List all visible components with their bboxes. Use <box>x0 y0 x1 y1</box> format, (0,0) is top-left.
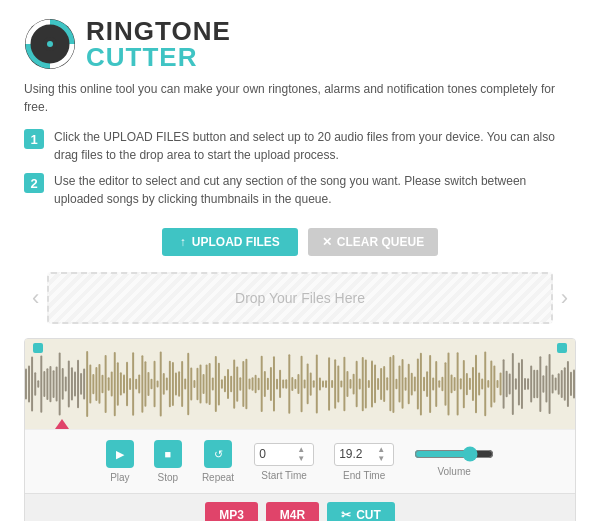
svg-rect-137 <box>432 377 434 390</box>
svg-rect-154 <box>484 352 486 417</box>
repeat-label: Repeat <box>202 472 234 483</box>
play-button[interactable]: ▶ <box>106 440 134 468</box>
waveform-handle-right[interactable] <box>557 343 567 353</box>
repeat-icon: ↺ <box>214 448 223 461</box>
svg-rect-85 <box>273 356 275 411</box>
svg-rect-163 <box>512 353 514 415</box>
repeat-button[interactable]: ↺ <box>204 440 232 468</box>
step-2: 2 Use the editor to select and cut any s… <box>24 172 576 208</box>
svg-rect-131 <box>414 377 416 392</box>
start-time-input[interactable] <box>259 447 297 461</box>
svg-rect-132 <box>417 359 419 410</box>
waveform-svg: // We'll generate this via JS below <box>25 339 575 429</box>
play-control: ▶ Play <box>106 440 134 483</box>
end-time-up[interactable]: ▲ <box>377 446 385 454</box>
svg-rect-179 <box>561 370 563 398</box>
svg-rect-118 <box>374 365 376 404</box>
clear-queue-button[interactable]: ✕ CLEAR QUEUE <box>308 228 438 256</box>
svg-rect-150 <box>472 367 474 401</box>
svg-rect-67 <box>218 363 220 406</box>
svg-rect-166 <box>521 359 523 409</box>
start-time-down[interactable]: ▼ <box>297 455 305 463</box>
svg-rect-37 <box>126 362 128 406</box>
end-time-spinners: ▲ ▼ <box>377 446 385 463</box>
step-1-text: Click the UPLOAD FILES button and select… <box>54 128 576 164</box>
end-time-input[interactable] <box>339 447 377 461</box>
svg-rect-46 <box>154 361 156 408</box>
svg-rect-73 <box>236 366 238 401</box>
stop-control: ■ Stop <box>154 440 182 483</box>
svg-rect-65 <box>212 378 214 391</box>
svg-rect-47 <box>157 380 159 387</box>
svg-rect-77 <box>249 379 251 390</box>
svg-rect-148 <box>466 373 468 395</box>
svg-rect-25 <box>89 365 91 404</box>
svg-rect-86 <box>276 379 278 390</box>
svg-rect-54 <box>178 371 180 397</box>
svg-rect-62 <box>203 374 205 394</box>
svg-rect-97 <box>310 372 312 395</box>
svg-rect-177 <box>555 378 557 391</box>
end-time-down[interactable]: ▼ <box>377 455 385 463</box>
svg-rect-29 <box>102 375 104 393</box>
svg-rect-92 <box>294 379 296 389</box>
stop-button[interactable]: ■ <box>154 440 182 468</box>
step-2-number: 2 <box>24 173 44 193</box>
end-time-input-box: ▲ ▼ <box>334 443 394 466</box>
drop-zone[interactable]: Drop Your Files Here <box>47 272 552 324</box>
svg-rect-182 <box>570 372 572 396</box>
svg-rect-42 <box>141 355 143 413</box>
svg-rect-170 <box>533 370 535 398</box>
svg-rect-24 <box>86 351 88 417</box>
svg-rect-135 <box>426 371 428 397</box>
waveform-handle-left[interactable] <box>33 343 43 353</box>
svg-point-2 <box>47 41 53 47</box>
volume-label: Volume <box>437 466 470 477</box>
svg-rect-51 <box>169 361 171 408</box>
svg-rect-34 <box>117 362 119 406</box>
svg-rect-26 <box>92 374 94 394</box>
svg-rect-19 <box>71 367 73 400</box>
svg-rect-174 <box>545 366 547 403</box>
volume-slider[interactable] <box>414 446 494 462</box>
svg-rect-17 <box>65 377 67 392</box>
drop-nav-right[interactable]: › <box>553 285 576 311</box>
svg-rect-133 <box>420 353 422 416</box>
svg-rect-69 <box>224 376 226 393</box>
cut-label: CUT <box>356 508 381 521</box>
svg-rect-71 <box>230 376 232 392</box>
start-time-up[interactable]: ▲ <box>297 446 305 454</box>
svg-rect-68 <box>221 379 223 388</box>
svg-rect-144 <box>454 377 456 391</box>
svg-rect-176 <box>552 375 554 394</box>
svg-rect-72 <box>233 359 235 408</box>
upload-files-button[interactable]: ↑ UPLOAD FILES <box>162 228 298 256</box>
svg-rect-49 <box>163 373 165 395</box>
clear-icon: ✕ <box>322 235 332 249</box>
svg-rect-43 <box>144 361 146 407</box>
waveform-marker[interactable] <box>55 419 69 429</box>
svg-rect-31 <box>108 377 110 390</box>
header: RINGTONE CUTTER <box>24 18 576 70</box>
svg-rect-39 <box>132 352 134 416</box>
svg-rect-76 <box>245 359 247 410</box>
svg-rect-139 <box>438 380 440 388</box>
cut-button[interactable]: ✂ CUT <box>327 502 395 521</box>
svg-rect-35 <box>120 372 122 395</box>
svg-rect-128 <box>405 377 407 390</box>
svg-rect-74 <box>239 377 241 390</box>
m4r-button[interactable]: M4R <box>266 502 319 521</box>
svg-rect-140 <box>441 377 443 392</box>
svg-rect-12 <box>49 366 51 402</box>
drop-nav-left[interactable]: ‹ <box>24 285 47 311</box>
logo-text-block: RINGTONE CUTTER <box>86 18 231 70</box>
svg-rect-141 <box>444 362 446 406</box>
svg-rect-124 <box>392 355 394 413</box>
svg-rect-158 <box>497 380 499 388</box>
svg-rect-55 <box>181 361 183 407</box>
mp3-button[interactable]: MP3 <box>205 502 258 521</box>
waveform-area[interactable]: // We'll generate this via JS below <box>25 339 575 429</box>
intro-text: Using this online tool you can make your… <box>24 80 576 116</box>
svg-rect-153 <box>481 378 483 389</box>
svg-rect-164 <box>515 378 517 389</box>
